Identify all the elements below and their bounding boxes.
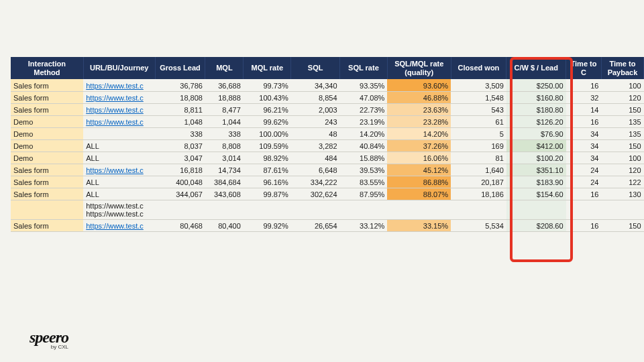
cell-sql: 484	[291, 152, 340, 164]
cell-url: https://www.test.c	[83, 115, 155, 127]
table-row: Sales formhttps://www.test.c16,81814,734…	[11, 164, 644, 176]
cell-sqlr	[340, 200, 388, 219]
col-header-quality: SQL/MQL rate (quality)	[387, 57, 451, 79]
cell-ttc: 16	[566, 188, 602, 200]
cell-gl: 1,048	[155, 115, 205, 127]
cell-mqlr: 99.87%	[244, 188, 291, 200]
cell-url: ALL	[83, 152, 155, 164]
url-link[interactable]: https://www.test.c	[86, 106, 144, 114]
cell-mql: 8,477	[205, 103, 244, 115]
cell-sql: 243	[291, 115, 340, 127]
col-header-im: Interaction Method	[11, 57, 83, 79]
col-header-gl: Gross Lead	[155, 57, 205, 79]
cell-cwlead: $351.10	[506, 164, 566, 176]
url-link[interactable]: https://www.test.c	[86, 94, 144, 102]
col-header-sqlr: SQL rate	[340, 57, 388, 79]
cell-im	[11, 200, 83, 219]
cell-quality: 86.88%	[387, 176, 451, 188]
cell-mqlr: 109.59%	[244, 139, 291, 152]
table-row: Demo338338100.00%4814.20%14.20%5$76.9034…	[11, 127, 644, 139]
cell-sql: 3,282	[291, 139, 340, 152]
url-link[interactable]: https://www.test.c	[86, 222, 144, 230]
cell-im: Demo	[11, 115, 83, 127]
cell-sql: 6,648	[291, 164, 340, 176]
cell-sqlr: 83.55%	[340, 176, 388, 188]
table-row: https://www.test.chttps://www.test.c	[11, 200, 644, 219]
cell-quality: 37.26%	[387, 139, 451, 152]
col-header-mql: MQL	[205, 57, 244, 79]
speero-logo: speero by CXL	[30, 328, 68, 350]
cell-im: Sales form	[11, 176, 83, 188]
cell-url: https://www.test.chttps://www.test.c	[83, 200, 155, 219]
table-row: Sales formhttps://www.test.c8,8118,47796…	[11, 103, 644, 115]
cell-ttc: 34	[566, 127, 602, 139]
cell-cwlead: $183.90	[506, 176, 566, 188]
col-header-ttp: Time to Payback	[601, 57, 643, 79]
cell-ttp: 100	[601, 152, 643, 164]
cell-cw: 61	[451, 115, 506, 127]
cell-quality	[387, 200, 451, 219]
cell-ttc: 34	[566, 139, 602, 152]
col-header-sql: SQL	[291, 57, 340, 79]
cell-mqlr: 99.62%	[244, 115, 291, 127]
cell-cwlead: $100.20	[506, 152, 566, 164]
cell-mqlr: 100.43%	[244, 91, 291, 103]
table-row: Sales formhttps://www.test.c80,46880,400…	[11, 219, 644, 231]
cell-url: https://www.test.c	[83, 103, 155, 115]
cell-cwlead: $154.60	[506, 188, 566, 200]
cell-gl	[155, 200, 205, 219]
cell-gl: 8,037	[155, 139, 205, 152]
cell-im: Sales form	[11, 103, 83, 115]
cell-cw: 5	[451, 127, 506, 139]
table-row: Sales formhttps://www.test.c18,80818,888…	[11, 91, 644, 103]
cell-im: Sales form	[11, 79, 83, 91]
cell-ttc	[566, 200, 602, 219]
cell-ttp: 120	[601, 91, 643, 103]
cell-cw: 81	[451, 152, 506, 164]
table-row: Sales formALL400,048384,68496.16%334,222…	[11, 176, 644, 188]
url-link[interactable]: https://www.test.c	[86, 118, 144, 126]
cell-gl: 16,818	[155, 164, 205, 176]
col-header-ttc: Time to C	[566, 57, 602, 79]
cell-cw	[451, 200, 506, 219]
table-row: DemoALL8,0378,808109.59%3,28240.84%37.26…	[11, 139, 644, 152]
col-header-url: URL/BU/Journey	[83, 57, 155, 79]
cell-ttp: 130	[601, 188, 643, 200]
cell-cwlead: $180.80	[506, 103, 566, 115]
cell-sqlr: 39.53%	[340, 164, 388, 176]
cell-mql: 36,688	[205, 79, 244, 91]
cell-cw: 169	[451, 139, 506, 152]
url-link[interactable]: https://www.test.c	[86, 82, 144, 90]
cell-mql: 80,400	[205, 219, 244, 231]
cell-cw: 543	[451, 103, 506, 115]
cell-quality: 23.28%	[387, 115, 451, 127]
cell-quality: 14.20%	[387, 127, 451, 139]
cell-sqlr: 47.08%	[340, 91, 388, 103]
cell-ttc: 14	[566, 103, 602, 115]
cell-ttp: 150	[601, 139, 643, 152]
col-header-cw: Closed won	[451, 57, 506, 79]
cell-im: Sales form	[11, 91, 83, 103]
cell-im: Demo	[11, 139, 83, 152]
cell-mqlr: 98.92%	[244, 152, 291, 164]
cell-cwlead: $208.60	[506, 219, 566, 231]
cell-cw: 18,186	[451, 188, 506, 200]
cell-cwlead: $76.90	[506, 127, 566, 139]
cell-sql: 34,340	[291, 79, 340, 91]
cell-ttc: 16	[566, 79, 602, 91]
cell-gl: 36,786	[155, 79, 205, 91]
cell-mql: 14,734	[205, 164, 244, 176]
cell-mqlr	[244, 200, 291, 219]
cell-im: Sales form	[11, 219, 83, 231]
cell-gl: 400,048	[155, 176, 205, 188]
cell-sql: 2,003	[291, 103, 340, 115]
cell-mql: 384,684	[205, 176, 244, 188]
cell-cw: 1,548	[451, 91, 506, 103]
cell-sql	[291, 200, 340, 219]
cell-ttc: 16	[566, 115, 602, 127]
cell-mqlr: 96.21%	[244, 103, 291, 115]
url-link[interactable]: https://www.test.c	[86, 166, 144, 174]
cell-sql: 302,624	[291, 188, 340, 200]
cell-cwlead: $160.80	[506, 91, 566, 103]
cell-im: Demo	[11, 127, 83, 139]
